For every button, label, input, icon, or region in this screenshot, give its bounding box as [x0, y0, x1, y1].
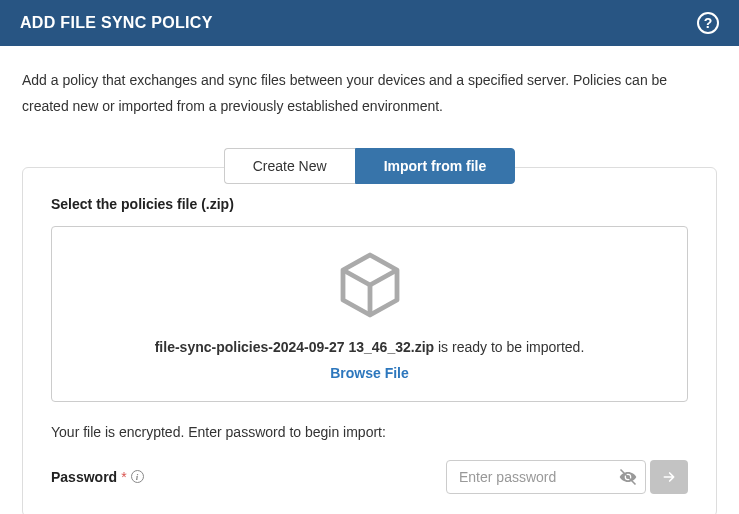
password-label: Password * i — [51, 469, 144, 485]
dialog-header: ADD FILE SYNC POLICY ? — [0, 0, 739, 46]
toggle-password-visibility-icon[interactable] — [618, 467, 638, 487]
description-text: Add a policy that exchanges and sync fil… — [22, 68, 717, 120]
password-input-wrap — [446, 460, 646, 494]
select-file-label: Select the policies file (.zip) — [51, 196, 688, 212]
encrypted-note: Your file is encrypted. Enter password t… — [51, 424, 688, 440]
tab-import-from-file[interactable]: Import from file — [355, 148, 516, 184]
tab-group: Create New Import from file — [22, 148, 717, 184]
info-icon[interactable]: i — [131, 470, 144, 483]
file-dropzone[interactable]: file-sync-policies-2024-09-27 13_46_32.z… — [51, 226, 688, 402]
file-status-text: file-sync-policies-2024-09-27 13_46_32.z… — [72, 339, 667, 355]
required-indicator: * — [121, 469, 126, 485]
password-input[interactable] — [446, 460, 646, 494]
tab-create-new[interactable]: Create New — [224, 148, 355, 184]
import-card: Select the policies file (.zip) file-syn… — [22, 167, 717, 514]
help-icon[interactable]: ? — [697, 12, 719, 34]
password-label-text: Password — [51, 469, 117, 485]
ready-text: is ready to be imported. — [434, 339, 584, 355]
dialog-title: ADD FILE SYNC POLICY — [20, 14, 213, 32]
password-row: Password * i — [51, 460, 688, 494]
arrow-right-icon — [661, 469, 677, 485]
selected-file-name: file-sync-policies-2024-09-27 13_46_32.z… — [155, 339, 434, 355]
submit-password-button[interactable] — [650, 460, 688, 494]
package-icon — [72, 249, 667, 321]
card-wrapper: Create New Import from file Select the p… — [22, 148, 717, 514]
password-input-group — [446, 460, 688, 494]
dialog-body: Add a policy that exchanges and sync fil… — [0, 46, 739, 514]
browse-file-link[interactable]: Browse File — [72, 365, 667, 381]
